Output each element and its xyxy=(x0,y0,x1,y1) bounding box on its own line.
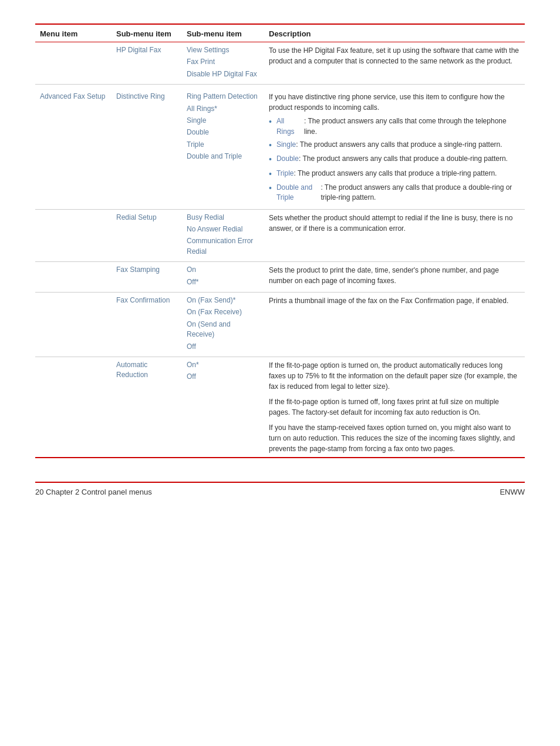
col-header-sub1: Sub-menu item xyxy=(112,24,182,42)
cell-menu-item xyxy=(35,357,112,458)
table-row: Advanced Fax SetupDistinctive RingRing P… xyxy=(35,85,525,209)
table-row: Fax StampingOnOff*Sets the product to pr… xyxy=(35,262,525,293)
list-item: All Rings: The product answers any calls… xyxy=(269,116,520,137)
cell-menu-item xyxy=(35,42,112,85)
footer-right: ENWW xyxy=(500,488,525,496)
col-header-menu: Menu item xyxy=(35,24,112,42)
cell-submenu2: Ring Pattern DetectionAll Rings*SingleDo… xyxy=(182,85,264,209)
col-header-sub2: Sub-menu item xyxy=(182,24,264,42)
page-content: Menu item Sub-menu item Sub-menu item De… xyxy=(35,23,525,496)
cell-description: If the fit-to-page option is turned on, … xyxy=(264,357,525,458)
cell-menu-item: Advanced Fax Setup xyxy=(35,85,112,209)
cell-submenu1: Redial Setup xyxy=(112,209,182,262)
cell-description: If you have distinctive ring phone servi… xyxy=(264,85,525,209)
bullet-list: All Rings: The product answers any calls… xyxy=(269,116,520,203)
cell-submenu1: Distinctive Ring xyxy=(112,85,182,209)
table-header-row: Menu item Sub-menu item Sub-menu item De… xyxy=(35,24,525,42)
cell-submenu2: OnOff* xyxy=(182,262,264,293)
cell-submenu2: View SettingsFax PrintDisable HP Digital… xyxy=(182,42,264,85)
cell-submenu1: Fax Confirmation xyxy=(112,292,182,357)
table-row: Redial SetupBusy RedialNo Answer RedialC… xyxy=(35,209,525,262)
col-header-desc: Description xyxy=(264,24,525,42)
cell-menu-item xyxy=(35,262,112,293)
list-item: Double: The product answers any calls th… xyxy=(269,154,520,165)
table-row: Automatic ReductionOn*OffIf the fit-to-p… xyxy=(35,357,525,458)
list-item: Single: The product answers any calls th… xyxy=(269,140,520,151)
cell-submenu1: Fax Stamping xyxy=(112,262,182,293)
cell-menu-item xyxy=(35,209,112,262)
cell-submenu2: On (Fax Send)*On (Fax Receive)On (Send a… xyxy=(182,292,264,357)
cell-description: Prints a thumbnail image of the fax on t… xyxy=(264,292,525,357)
page-footer: 20 Chapter 2 Control panel menus ENWW xyxy=(35,482,525,496)
cell-description: Sets the product to print the date, time… xyxy=(264,262,525,293)
cell-submenu1: Automatic Reduction xyxy=(112,357,182,458)
footer-left: 20 Chapter 2 Control panel menus xyxy=(35,488,152,496)
cell-description: Sets whether the product should attempt … xyxy=(264,209,525,262)
main-table: Menu item Sub-menu item Sub-menu item De… xyxy=(35,23,525,458)
list-item: Double and Triple: The product answers a… xyxy=(269,183,520,203)
table-row: Fax ConfirmationOn (Fax Send)*On (Fax Re… xyxy=(35,292,525,357)
cell-menu-item xyxy=(35,292,112,357)
table-row: HP Digital FaxView SettingsFax PrintDisa… xyxy=(35,42,525,85)
cell-description: To use the HP Digital Fax feature, set i… xyxy=(264,42,525,85)
cell-submenu1: HP Digital Fax xyxy=(112,42,182,85)
list-item: Triple: The product answers any calls th… xyxy=(269,169,520,180)
cell-submenu2: On*Off xyxy=(182,357,264,458)
cell-submenu2: Busy RedialNo Answer RedialCommunication… xyxy=(182,209,264,262)
